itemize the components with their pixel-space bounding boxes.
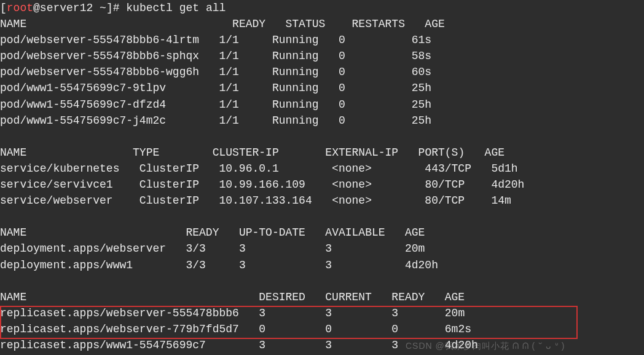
- prompt-open: [: [0, 2, 7, 14]
- service-row: service/webserver ClusterIP 10.107.133.1…: [0, 194, 511, 207]
- service-row: service/servivce1 ClusterIP 10.99.166.10…: [0, 178, 524, 191]
- pod-row: pod/webserver-555478bbb6-4lrtm 1/1 Runni…: [0, 34, 431, 46]
- prompt-line[interactable]: [root@server12 ~]# kubectl get all: [0, 2, 226, 14]
- deployments-header: NAME READY UP-TO-DATE AVAILABLE AGE: [0, 226, 425, 239]
- command-text: kubectl get all: [126, 2, 226, 14]
- prompt-at: @: [33, 2, 40, 14]
- replicaset-row: replicaset.apps/webserver-555478bbb6 3 3…: [0, 307, 465, 319]
- pod-row: pod/webserver-555478bbb6-sphqx 1/1 Runni…: [0, 50, 431, 62]
- terminal-output: [root@server12 ~]# kubectl get all NAME …: [0, 0, 644, 353]
- pod-row: pod/www1-55475699c7-j4m2c 1/1 Running 0 …: [0, 114, 431, 127]
- pod-row: pod/www1-55475699c7-dfzd4 1/1 Running 0 …: [0, 98, 431, 111]
- prompt-close: ]#: [106, 2, 120, 14]
- services-header: NAME TYPE CLUSTER-IP EXTERNAL-IP PORT(S)…: [0, 146, 505, 159]
- prompt-path: ~: [93, 2, 106, 14]
- service-row: service/kubernetes ClusterIP 10.96.0.1 <…: [0, 162, 518, 175]
- pod-row: pod/webserver-555478bbb6-wgg6h 1/1 Runni…: [0, 66, 431, 78]
- replicaset-row: replicaset.apps/webserver-779b7fd5d7 0 0…: [0, 323, 471, 335]
- replicasets-header: NAME DESIRED CURRENT READY AGE: [0, 291, 465, 303]
- pods-header: NAME READY STATUS RESTARTS AGE: [0, 18, 445, 30]
- prompt-host: server12: [40, 2, 93, 14]
- deployment-row: deployment.apps/webserver 3/3 3 3 20m: [0, 242, 425, 255]
- replicaset-row: replicaset.apps/www1-55475699c7 3 3 3 4d…: [0, 339, 478, 351]
- prompt-user: root: [7, 2, 33, 14]
- pod-row: pod/www1-55475699c7-9tlpv 1/1 Running 0 …: [0, 82, 431, 94]
- deployment-row: deployment.apps/www1 3/3 3 3 4d20h: [0, 259, 438, 271]
